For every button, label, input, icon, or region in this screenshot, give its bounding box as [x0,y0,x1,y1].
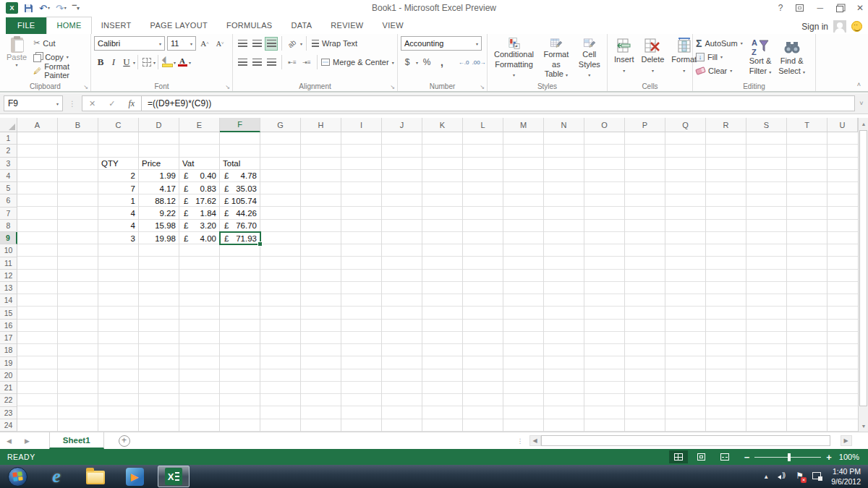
taskbar-internet-explorer[interactable]: e [42,465,71,488]
cell-C6[interactable]: 1 [98,194,139,207]
cell-D5[interactable]: 4.17 [139,182,179,194]
excel-app-icon[interactable]: X [6,2,18,14]
fullscreen-toggle-icon[interactable] [796,4,804,12]
scroll-right-icon[interactable]: ▶ [841,435,852,446]
column-header-S[interactable]: S [746,118,787,132]
prev-sheet-icon[interactable]: ◀ [0,437,18,445]
number-format-select[interactable]: Accounting▾ [401,36,482,51]
name-box[interactable]: F9▾ [4,95,63,111]
cell-C5[interactable]: 7 [98,182,139,194]
column-header-G[interactable]: G [260,118,301,132]
scroll-left-icon[interactable]: ◀ [529,435,541,446]
wrap-text-button[interactable]: Wrap Text [312,37,357,51]
row-header-6[interactable]: 6 [0,194,17,207]
row-header-2[interactable]: 2 [0,145,17,157]
zoom-in-button[interactable]: + [826,452,832,463]
taskbar-excel-active[interactable]: X [158,466,190,487]
tab-formulas[interactable]: FORMULAS [217,17,282,34]
zoom-slider-thumb[interactable] [788,453,791,461]
font-family-select[interactable]: Calibri▾ [94,36,165,51]
cell-F4[interactable]: £4.78 [220,170,260,182]
paste-button[interactable]: Paste▾ [3,36,30,77]
italic-button[interactable]: I [107,56,120,69]
cell-D6[interactable]: 88.12 [139,194,179,207]
column-header-A[interactable]: A [17,118,58,132]
column-header-T[interactable]: T [787,118,827,132]
cell-F3[interactable]: Total [220,158,260,170]
taskbar-file-explorer[interactable] [81,465,110,488]
delete-cells-button[interactable]: Delete▾ [638,36,668,81]
row-header-9[interactable]: 9 [0,232,17,244]
bold-button[interactable]: B [94,56,107,69]
cell-C7[interactable]: 4 [98,207,139,220]
page-layout-view-button[interactable] [692,450,711,463]
column-header-R[interactable]: R [706,118,746,132]
sheet-tab-sheet1[interactable]: Sheet1 [49,432,104,449]
column-header-Q[interactable]: Q [665,118,706,132]
tab-file[interactable]: FILE [6,17,46,34]
taskbar-clock[interactable]: 1:40 PM 9/6/2012 [831,466,861,487]
column-header-D[interactable]: D [139,118,179,132]
decrease-indent-button[interactable]: ⇤≡ [286,56,299,69]
insert-function-icon[interactable]: fx [122,98,141,109]
sheet-cells[interactable]: QTYPriceVatTotal21.99£0.40£4.7874.17£0.8… [17,132,858,432]
restore-button[interactable] [836,6,843,12]
bottom-align-button[interactable] [265,37,278,51]
cell-D3[interactable]: Price [139,158,179,170]
vertical-scrollbar[interactable]: ▲ ▼ [858,118,868,432]
find-select-button[interactable]: Find &Select ▾ [775,36,809,81]
row-header-18[interactable]: 18 [0,344,17,356]
cell-D8[interactable]: 15.98 [139,220,179,232]
volume-icon[interactable] [778,473,787,481]
action-center-flag-icon[interactable] [796,472,804,481]
cell-F5[interactable]: £35.03 [220,182,260,194]
cell-E3[interactable]: Vat [179,158,220,170]
network-icon[interactable] [812,472,822,481]
cell-E5[interactable]: £0.83 [179,182,220,194]
tray-expand-icon[interactable]: ▲ [763,474,769,480]
cell-C8[interactable]: 4 [98,220,139,232]
column-header-U[interactable]: U [827,118,858,132]
column-header-F[interactable]: F [220,118,260,132]
comma-style-button[interactable]: , [435,56,448,69]
row-header-23[interactable]: 23 [0,407,17,419]
cell-C4[interactable]: 2 [98,170,139,182]
start-button[interactable] [3,465,32,488]
cell-C3[interactable]: QTY [98,158,139,170]
collapse-ribbon-icon[interactable]: ˄ [857,81,861,88]
decrease-decimal-button[interactable]: .00→ [472,56,485,69]
cell-E8[interactable]: £3.20 [179,220,220,232]
column-header-K[interactable]: K [422,118,463,132]
number-dialog-launcher-icon[interactable]: ↘ [480,84,485,90]
row-header-19[interactable]: 19 [0,357,17,369]
borders-dropdown[interactable]: ▾ [153,60,156,65]
cell-D9[interactable]: 19.98 [139,232,179,244]
next-sheet-icon[interactable]: ▶ [18,437,36,445]
horizontal-scroll-thumb[interactable] [541,435,830,446]
row-header-20[interactable]: 20 [0,369,17,382]
increase-decimal-button[interactable]: ←.0 [457,56,470,69]
column-header-E[interactable]: E [179,118,220,132]
row-header-4[interactable]: 4 [0,170,17,182]
increase-indent-button[interactable]: ⇥≡ [300,56,313,69]
currency-dropdown[interactable]: ▾ [416,60,418,65]
zoom-out-button[interactable]: − [744,452,750,463]
column-header-P[interactable]: P [625,118,665,132]
row-header-12[interactable]: 12 [0,270,17,282]
sign-in-link[interactable]: Sign in [801,22,828,32]
row-header-24[interactable]: 24 [0,419,17,432]
clipboard-dialog-launcher-icon[interactable]: ↘ [83,84,88,90]
avatar-icon[interactable] [833,20,846,33]
cell-C9[interactable]: 3 [98,232,139,244]
redo-button[interactable]: ↷▾ [56,4,67,13]
column-header-H[interactable]: H [301,118,341,132]
column-header-B[interactable]: B [58,118,98,132]
minimize-button[interactable]: ─ [817,4,823,12]
undo-button[interactable]: ↶▾ [39,4,50,13]
top-align-button[interactable] [236,37,249,51]
cell-F6[interactable]: £105.74 [220,194,260,207]
fill-button[interactable]: ↓Fill▾ [696,50,743,64]
column-header-I[interactable]: I [341,118,382,132]
cell-styles-button[interactable]: CellStyles ▾ [575,36,604,81]
row-header-17[interactable]: 17 [0,332,17,344]
